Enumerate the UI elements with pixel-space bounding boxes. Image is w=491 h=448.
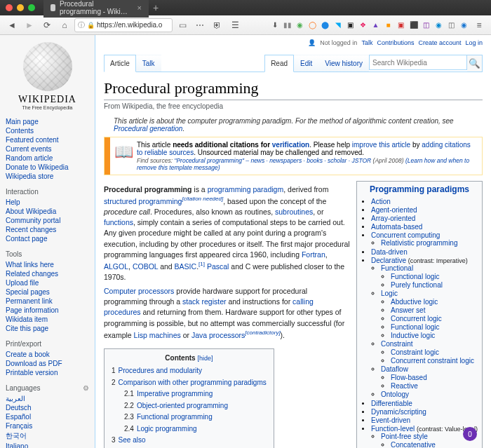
sidebar-link[interactable]: Printable version	[6, 368, 89, 377]
ext-icon[interactable]: ◥	[332, 20, 343, 30]
sidebar-link[interactable]: Related changes	[6, 269, 89, 278]
navbox-item[interactable]: Event-driven	[371, 416, 478, 424]
sidebar-link[interactable]: Cite this page	[6, 324, 89, 333]
navbox-item[interactable]: Abductive logic	[391, 297, 478, 306]
notification-badge[interactable]: 0	[463, 427, 477, 441]
create-account-link[interactable]: Create account	[418, 39, 461, 46]
toc-hide-link[interactable]: [hide]	[197, 355, 213, 362]
hatnote-link[interactable]: Procedural generation	[114, 125, 182, 133]
ext-icon[interactable]: ◫	[421, 20, 431, 30]
ext-icon[interactable]: ▲	[370, 20, 381, 30]
navbox-item[interactable]: Function-level (contrast: Value-level)Po…	[371, 424, 478, 448]
sidebar-link[interactable]: Wikidata item	[6, 315, 89, 324]
tab-read[interactable]: Read	[264, 55, 294, 72]
sidebar-link[interactable]: Main page	[6, 117, 89, 126]
search-button[interactable]: 🔍	[467, 55, 483, 72]
sidebar-link[interactable]: Italiano	[6, 442, 89, 448]
toc-item[interactable]: 1Procedures and modularity	[112, 365, 267, 377]
forward-button[interactable]: ►	[22, 18, 37, 32]
navbox-item[interactable]: Array-oriented	[371, 214, 478, 222]
sidebar-link[interactable]: 한국어	[6, 430, 89, 442]
ext-icon[interactable]: ◉	[433, 20, 444, 30]
ext-icon[interactable]: ▮▮	[282, 20, 292, 30]
navbox-item[interactable]: Reactive	[391, 381, 478, 390]
navbox-item[interactable]: Dynamic/scripting	[371, 407, 478, 416]
sidebar-link[interactable]: Page information	[6, 306, 89, 315]
navbox-item[interactable]: LogicAbductive logicAnswer setConcurrent…	[381, 290, 478, 340]
wiki-logo[interactable]: WIKIPEDIA The Free Encyclopedia	[6, 42, 89, 110]
login-link[interactable]: Log in	[465, 39, 483, 46]
reader-icon[interactable]: ☰	[227, 18, 243, 32]
toc-item[interactable]: 2.4Logic programming	[112, 423, 267, 435]
navbox-item[interactable]: Agent-oriented	[371, 205, 478, 214]
browser-tab[interactable]: Procedural programming - Wiki… ×	[43, 0, 149, 18]
tab-history[interactable]: View history	[318, 55, 369, 72]
sidebar-link[interactable]: العربية	[6, 394, 89, 403]
sidebar-link[interactable]: Recent changes	[6, 225, 89, 234]
navbox-item[interactable]: Declarative (contrast: Imperative)Functi…	[371, 256, 478, 399]
navbox-item[interactable]: Automata-based	[371, 222, 478, 231]
sidebar-link[interactable]: Current events	[6, 144, 89, 154]
reload-button[interactable]: ⟳	[39, 18, 55, 32]
ext-icon[interactable]: ◉	[295, 20, 305, 30]
ext-icon[interactable]: ◫	[446, 20, 457, 30]
sidebar-link[interactable]: Contents	[6, 126, 89, 135]
tab-talk[interactable]: Talk	[136, 55, 161, 72]
sidebar-link[interactable]: Featured content	[6, 135, 89, 144]
close-tab-button[interactable]: ×	[137, 4, 142, 12]
ext-icon[interactable]: ▣	[396, 20, 406, 30]
sidebar-link[interactable]: Upload file	[6, 278, 89, 287]
minimize-window-button[interactable]	[17, 4, 24, 11]
tab-edit[interactable]: Edit	[294, 55, 318, 72]
navbox-item[interactable]: Functional logic	[391, 323, 478, 331]
maximize-window-button[interactable]	[28, 4, 35, 11]
navbox-item[interactable]: DataflowFlow-basedReactive	[381, 365, 478, 391]
sidebar-link[interactable]: Contact page	[6, 234, 89, 243]
sidebar-link[interactable]: Donate to Wikipedia	[6, 163, 89, 172]
navbox-item[interactable]: Ontology	[381, 391, 478, 399]
ext-download-icon[interactable]: ⬇	[269, 20, 280, 30]
navbox-item[interactable]: Concatenative	[391, 440, 478, 448]
ext-icon[interactable]: ◯	[307, 20, 318, 30]
firefox-menu-button[interactable]: ≡	[471, 18, 487, 32]
tab-article[interactable]: Article	[104, 55, 136, 72]
navbox-item[interactable]: Data-driven	[371, 247, 478, 256]
navbox-item[interactable]: Concurrent constraint logic	[391, 356, 478, 365]
sidebar-link[interactable]: Random article	[6, 154, 89, 163]
ext-icon[interactable]: ⬤	[320, 20, 330, 30]
sidebar-link[interactable]: Français	[6, 421, 89, 430]
toc-item[interactable]: 2.3Functional programming	[112, 412, 267, 423]
shield-icon[interactable]: ⛨	[210, 18, 225, 32]
navbox-item[interactable]: FunctionalFunctional logicPurely functio…	[381, 264, 478, 290]
ext-icon[interactable]: ◉	[459, 20, 469, 30]
back-button[interactable]: ◄	[4, 18, 20, 32]
bookmark-button[interactable]: ▭	[175, 18, 190, 32]
navbox-item[interactable]: Functional logic	[391, 272, 478, 280]
gear-icon[interactable]: ⚙	[83, 384, 89, 392]
sidebar-link[interactable]: Create a book	[6, 350, 89, 359]
sidebar-link[interactable]: Español	[6, 412, 89, 421]
home-button[interactable]: ⌂	[57, 18, 72, 32]
info-icon[interactable]: ⓘ	[78, 20, 85, 30]
ext-icon[interactable]: ▣	[345, 20, 356, 30]
navbox-item[interactable]: Inductive logic	[391, 331, 478, 339]
ext-icon[interactable]: ⬛	[408, 20, 419, 30]
navbox-item[interactable]: Concurrent computingRelativistic program…	[371, 231, 478, 247]
navbox-item[interactable]: Differentiable	[371, 399, 478, 407]
navbox-item[interactable]: Constraint logic	[391, 348, 478, 356]
contributions-link[interactable]: Contributions	[377, 39, 414, 46]
talk-link[interactable]: Talk	[361, 39, 372, 46]
ext-icon[interactable]: ■	[383, 20, 394, 30]
navbox-item[interactable]: Answer set	[391, 306, 478, 314]
toc-item[interactable]: 2.1Imperative programming	[112, 388, 267, 400]
sidebar-link[interactable]: Download as PDF	[6, 359, 89, 368]
url-bar[interactable]: ⓘ 🔒 https://en.wikipedia.o	[74, 18, 173, 32]
navbox-item[interactable]: Purely functional	[391, 280, 478, 289]
navbox-title[interactable]: Programming paradigms	[361, 184, 478, 194]
toc-item[interactable]: 3See also	[112, 435, 267, 447]
sidebar-link[interactable]: Help	[6, 198, 89, 207]
toc-item[interactable]: 2.2Object-oriented programming	[112, 400, 267, 412]
navbox-item[interactable]: Action	[371, 197, 478, 205]
toc-item[interactable]: 2Comparison with other programming parad…	[112, 377, 267, 389]
wiki-search-input[interactable]	[369, 55, 467, 70]
